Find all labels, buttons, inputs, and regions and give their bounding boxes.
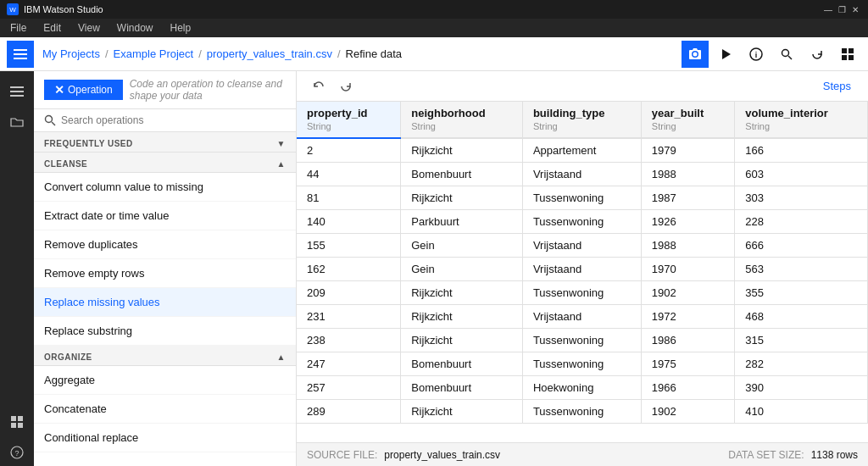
breadcrumb-sep-2: / bbox=[198, 47, 202, 60]
section-organize[interactable]: ORGANIZE ▲ bbox=[34, 346, 296, 366]
sidebar-icons: ? bbox=[0, 71, 34, 466]
op-extract-date[interactable]: Extract date or time value bbox=[34, 202, 296, 230]
menu-window[interactable]: Window bbox=[114, 22, 157, 34]
op-conditional-replace[interactable]: Conditional replace bbox=[34, 424, 296, 452]
search-operations-input[interactable] bbox=[61, 114, 286, 126]
folder-sidebar-button[interactable] bbox=[3, 108, 31, 136]
table-row: 81RijkzichtTussenwoning1987303 bbox=[297, 186, 868, 210]
section-cleanse-chevron: ▲ bbox=[277, 159, 286, 169]
titlebar: W IBM Watson Studio — ❐ ✕ bbox=[0, 0, 868, 19]
svg-text:i: i bbox=[755, 51, 758, 59]
col-building-type-name: building_type bbox=[533, 107, 631, 119]
cell-building_type: Tussenwoning bbox=[522, 281, 641, 305]
col-neighborhood[interactable]: neighborhood String bbox=[401, 102, 523, 138]
search-bar bbox=[34, 109, 296, 132]
operations-panel: ✕ Operation Code an operation to cleanse… bbox=[34, 71, 297, 466]
dataset-size-value: 1138 rows bbox=[811, 449, 858, 461]
cell-year_built: 1902 bbox=[641, 400, 734, 424]
info-nav-button[interactable]: i bbox=[743, 41, 770, 68]
menu-file[interactable]: File bbox=[7, 22, 30, 34]
svg-rect-19 bbox=[11, 423, 16, 428]
data-table: property_id String neighborhood String b… bbox=[297, 102, 868, 424]
close-button[interactable]: ✕ bbox=[849, 3, 861, 15]
source-file-label: SOURCE FILE: bbox=[307, 449, 377, 461]
op-remove-empty[interactable]: Remove empty rows bbox=[34, 259, 296, 288]
cell-volume_interior: 228 bbox=[735, 210, 868, 234]
cell-neighborhood: Rijkzicht bbox=[401, 138, 523, 163]
svg-rect-12 bbox=[842, 55, 847, 60]
svg-rect-17 bbox=[11, 416, 16, 421]
cell-year_built: 1988 bbox=[641, 163, 734, 186]
svg-rect-16 bbox=[10, 95, 24, 97]
cell-building_type: Vrijstaand bbox=[522, 163, 641, 186]
cell-building_type: Tussenwoning bbox=[522, 210, 641, 234]
play-nav-button[interactable] bbox=[712, 41, 739, 68]
refresh-nav-button[interactable] bbox=[804, 41, 831, 68]
svg-text:W: W bbox=[9, 6, 16, 14]
col-year-built-type: String bbox=[652, 121, 676, 131]
operation-button[interactable]: ✕ Operation bbox=[44, 80, 123, 100]
undo-button[interactable] bbox=[307, 75, 331, 98]
steps-button[interactable]: Steps bbox=[816, 76, 858, 96]
cell-year_built: 1975 bbox=[641, 352, 734, 376]
col-volume-interior[interactable]: volume_interior String bbox=[735, 102, 868, 138]
op-remove-duplicates[interactable]: Remove duplicates bbox=[34, 230, 296, 259]
search-op-icon bbox=[44, 114, 56, 126]
section-frequently-used[interactable]: FREQUENTLY USED ▼ bbox=[34, 132, 296, 153]
table-row: 162GeinVrijstaand1970563 bbox=[297, 258, 868, 281]
svg-rect-13 bbox=[849, 55, 854, 60]
op-replace-missing[interactable]: Replace missing values bbox=[34, 288, 296, 317]
op-tag-label: Operation bbox=[68, 84, 113, 96]
minimize-button[interactable]: — bbox=[822, 3, 834, 15]
app-icon: W bbox=[7, 3, 19, 15]
col-building-type[interactable]: building_type String bbox=[522, 102, 641, 138]
cell-neighborhood: Bomenbuurt bbox=[401, 376, 523, 400]
op-aggregate[interactable]: Aggregate bbox=[34, 366, 296, 395]
cell-volume_interior: 666 bbox=[735, 234, 868, 258]
breadcrumb-exampleproject[interactable]: Example Project bbox=[114, 47, 194, 60]
redo-button[interactable] bbox=[334, 75, 358, 98]
col-volume-interior-type: String bbox=[745, 121, 770, 131]
hamburger-sidebar-button[interactable] bbox=[3, 78, 31, 105]
svg-point-8 bbox=[782, 49, 789, 56]
table-row: 247BomenbuurtTussenwoning1975282 bbox=[297, 352, 868, 376]
search-nav-button[interactable] bbox=[773, 41, 800, 68]
section-organize-label: ORGANIZE bbox=[44, 352, 92, 362]
breadcrumb-csv[interactable]: property_values_train.csv bbox=[207, 47, 332, 60]
cell-volume_interior: 410 bbox=[735, 400, 868, 424]
op-convert-column[interactable]: Convert column value to missing bbox=[34, 173, 296, 202]
table-row: 289RijkzichtTussenwoning1902410 bbox=[297, 400, 868, 424]
table-row: 231RijkzichtVrijstaand1972468 bbox=[297, 305, 868, 329]
apps-sidebar-button[interactable] bbox=[3, 408, 31, 435]
op-list: FREQUENTLY USED ▼ CLEANSE ▲ Convert colu… bbox=[34, 132, 296, 466]
hamburger-button[interactable] bbox=[7, 41, 34, 68]
grid-nav-button[interactable] bbox=[834, 41, 861, 68]
toolbar-actions bbox=[307, 75, 358, 98]
cell-neighborhood: Parkbuurt bbox=[401, 210, 523, 234]
cell-building_type: Tussenwoning bbox=[522, 329, 641, 352]
help-sidebar-button[interactable]: ? bbox=[3, 439, 31, 466]
cell-neighborhood: Rijkzicht bbox=[401, 329, 523, 352]
op-concatenate[interactable]: Concatenate bbox=[34, 395, 296, 424]
cell-building_type: Tussenwoning bbox=[522, 352, 641, 376]
cell-year_built: 1902 bbox=[641, 281, 734, 305]
cell-building_type: Vrijstaand bbox=[522, 258, 641, 281]
menu-view[interactable]: View bbox=[75, 22, 103, 34]
col-volume-interior-name: volume_interior bbox=[745, 107, 857, 119]
main-layout: ? ✕ Operation Code an operation to clean… bbox=[0, 71, 868, 466]
camera-nav-button[interactable] bbox=[682, 41, 709, 68]
breadcrumb-myprojects[interactable]: My Projects bbox=[42, 47, 100, 60]
svg-rect-20 bbox=[18, 423, 23, 428]
cell-neighborhood: Rijkzicht bbox=[401, 186, 523, 210]
op-replace-substring[interactable]: Replace substring bbox=[34, 317, 296, 346]
maximize-button[interactable]: ❐ bbox=[836, 3, 848, 15]
col-property-id[interactable]: property_id String bbox=[297, 102, 401, 138]
cell-neighborhood: Rijkzicht bbox=[401, 281, 523, 305]
section-cleanse[interactable]: CLEANSE ▲ bbox=[34, 153, 296, 173]
section-cleanse-label: CLEANSE bbox=[44, 159, 87, 169]
col-year-built[interactable]: year_built String bbox=[641, 102, 734, 138]
menu-help[interactable]: Help bbox=[167, 22, 195, 34]
menu-edit[interactable]: Edit bbox=[40, 22, 64, 34]
section-frequently-used-label: FREQUENTLY USED bbox=[44, 139, 133, 148]
cell-property_id: 162 bbox=[297, 258, 401, 281]
